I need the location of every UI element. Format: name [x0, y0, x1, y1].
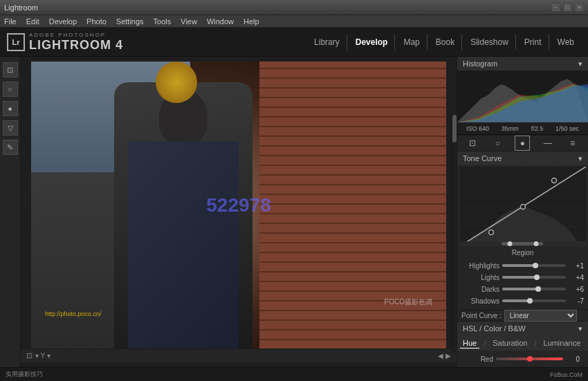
- red-hue-thumb[interactable]: [527, 356, 533, 362]
- tab-develop[interactable]: Develop: [349, 35, 396, 50]
- lights-fill: [502, 276, 537, 279]
- photo-bottom-bar: ⊡ ▾ Y ▾ ◀ ▶: [21, 349, 457, 362]
- tone-curve-panel: Tone Curve ▾: [457, 151, 588, 322]
- left-panel: ⊡ ○ ● ▽ ✎: [0, 57, 21, 367]
- menu-view[interactable]: View: [181, 17, 197, 26]
- tone-curve-header[interactable]: Tone Curve ▾: [457, 151, 588, 165]
- menu-develop[interactable]: Develop: [49, 17, 77, 26]
- svg-point-10[interactable]: [521, 205, 526, 210]
- point-curve-label: Point Curve :: [461, 312, 502, 319]
- menu-file[interactable]: File: [4, 17, 17, 26]
- top-nav: Lr ADOBE PHOTOSHOP LIGHTROOM 4 Library D…: [0, 28, 588, 57]
- brush-btn[interactable]: ≡: [565, 136, 580, 151]
- nav-tabs: Library Develop Map Book Slideshow Print…: [307, 35, 581, 50]
- menu-window[interactable]: Window: [207, 17, 234, 26]
- lr-badge-text: Lr: [12, 38, 20, 46]
- hsl-header[interactable]: HSL / Color / B&W ▾: [457, 322, 588, 335]
- menu-help[interactable]: Help: [244, 17, 259, 26]
- darks-thumb[interactable]: [535, 286, 541, 292]
- app-bottom-bar: 实用摄影技巧 FsBus.CoM: [0, 367, 588, 381]
- red-hue-label: Red: [466, 355, 493, 363]
- menu-photo[interactable]: Photo: [86, 17, 107, 26]
- hsl-tab-saturation[interactable]: Saturation: [490, 338, 530, 348]
- shutter-info: 1/50 sec: [555, 125, 579, 132]
- tone-curve-label: Tone Curve: [463, 154, 502, 162]
- darks-track[interactable]: [502, 288, 566, 290]
- hue-sliders: Red 0: [457, 351, 588, 367]
- tone-curve-graph: [460, 167, 585, 246]
- histogram-graph: [457, 71, 588, 122]
- menu-tools[interactable]: Tools: [154, 17, 172, 26]
- app-title-label: Lightroom: [4, 3, 38, 12]
- close-button[interactable]: ×: [575, 3, 584, 12]
- tool-crop[interactable]: ⊡: [3, 62, 18, 77]
- region-label: Region: [457, 248, 588, 258]
- zoom-label: ▾ Y ▾: [35, 352, 50, 360]
- highlights-row: Highlights +1: [461, 260, 584, 271]
- darks-row: Darks +6: [461, 284, 584, 295]
- hsl-tab-hue[interactable]: Hue: [460, 338, 479, 349]
- tool-gradient[interactable]: ▽: [3, 120, 18, 136]
- darks-value: +6: [569, 286, 584, 293]
- darks-fill: [502, 288, 538, 290]
- highlights-track[interactable]: [502, 264, 566, 267]
- maximize-button[interactable]: □: [563, 3, 572, 12]
- point-curve-select[interactable]: Linear Medium Contrast Strong Contrast: [504, 310, 577, 322]
- lights-track[interactable]: [502, 276, 566, 279]
- minimize-button[interactable]: −: [551, 3, 560, 12]
- bottom-left-text: 实用摄影技巧: [6, 370, 43, 379]
- app-name-area: ADOBE PHOTOSHOP LIGHTROOM 4: [29, 32, 123, 53]
- menu-edit[interactable]: Edit: [26, 17, 39, 26]
- histogram-label: Histogram: [463, 59, 497, 68]
- svg-point-15[interactable]: [534, 241, 539, 246]
- highlights-thumb[interactable]: [533, 263, 538, 268]
- menu-bar: File Edit Develop Photo Settings Tools V…: [0, 15, 588, 28]
- svg-point-11[interactable]: [552, 178, 557, 183]
- watermark-url: http://photo.poco.cn/: [45, 310, 102, 317]
- svg-point-9[interactable]: [489, 230, 494, 235]
- lights-thumb[interactable]: [534, 275, 540, 280]
- red-hue-track[interactable]: [496, 357, 563, 360]
- tone-curve-arrow: ▾: [578, 154, 582, 163]
- camera-info: ISO 640 35mm f/2.5 1/50 sec: [457, 122, 588, 135]
- svg-point-14[interactable]: [508, 241, 513, 246]
- watermark-poco: POCO摄影色调: [385, 297, 432, 307]
- bottom-right-text: FsBus.CoM: [550, 371, 582, 378]
- watermark: 522978: [206, 194, 270, 216]
- shadows-value: -7: [569, 297, 584, 305]
- hsl-label: HSL / Color / B&W: [463, 324, 526, 333]
- shadows-row: Shadows -7: [461, 295, 584, 306]
- shadows-track[interactable]: [502, 299, 566, 302]
- iso-info: ISO 640: [466, 125, 489, 132]
- highlights-fill: [502, 264, 535, 267]
- right-panel: Histogram ▾ ISO 640 35mm f/2.5: [457, 57, 588, 367]
- title-bar: Lightroom − □ ×: [0, 0, 588, 15]
- hsl-tab-luminance[interactable]: Luminance: [540, 338, 583, 348]
- gradient-btn[interactable]: —: [540, 136, 555, 151]
- photo-container: 522978 POCO摄影色调 http://photo.poco.cn/: [31, 62, 446, 349]
- hsl-subtabs: Hue / Saturation / Luminance / All: [457, 335, 588, 351]
- tone-curve-svg: [460, 167, 586, 246]
- tool-brush[interactable]: ✎: [3, 140, 18, 155]
- highlights-value: +1: [569, 262, 584, 270]
- tab-web[interactable]: Web: [551, 35, 581, 50]
- shadows-thumb[interactable]: [527, 298, 533, 304]
- tool-spot[interactable]: ○: [3, 82, 18, 97]
- lights-value: +4: [569, 274, 584, 281]
- tab-print[interactable]: Print: [517, 35, 549, 50]
- redeye-btn[interactable]: ●: [515, 136, 530, 151]
- tab-map[interactable]: Map: [396, 35, 427, 50]
- tool-redeye[interactable]: ●: [3, 101, 18, 116]
- darks-label: Darks: [461, 286, 499, 293]
- aperture-info: f/2.5: [531, 125, 544, 132]
- scroll-thumb[interactable]: [452, 115, 457, 142]
- tab-book[interactable]: Book: [429, 35, 462, 50]
- menu-settings[interactable]: Settings: [116, 17, 144, 26]
- histogram-header[interactable]: Histogram ▾: [457, 57, 588, 71]
- photo-flowers: [156, 62, 197, 103]
- photo-street: [31, 172, 121, 349]
- tab-library[interactable]: Library: [307, 35, 347, 50]
- crop-icon-btn[interactable]: ⊡: [465, 136, 480, 151]
- tab-slideshow[interactable]: Slideshow: [463, 35, 516, 50]
- spot-heal-btn[interactable]: ○: [490, 136, 505, 151]
